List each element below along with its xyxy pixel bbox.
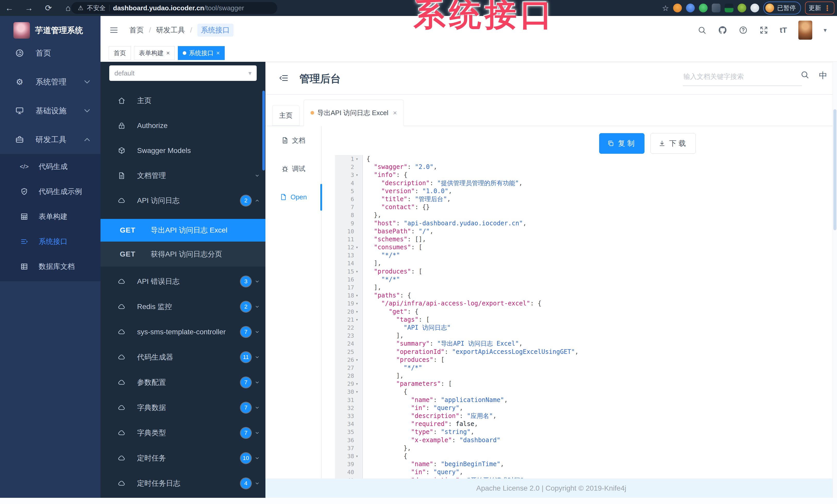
main-content: 管理后台 中 主页导出API 访问日志 Excel× 文档调试Open 复制 下… xyxy=(265,62,837,498)
close-icon[interactable]: × xyxy=(216,50,220,57)
update-button[interactable]: 更新 ⋮ xyxy=(805,2,834,14)
extension-icon-2[interactable] xyxy=(686,4,695,12)
swagger-nav-item-0[interactable]: 主页 xyxy=(101,88,265,113)
fold-icon[interactable]: ▾ xyxy=(356,267,362,276)
address-bar[interactable]: ⚠ 不安全 dashboard.yudao.iocoder.cn/tool/sw… xyxy=(71,2,277,14)
search-icon[interactable] xyxy=(697,25,707,35)
group-select[interactable]: default ▾ xyxy=(109,66,257,81)
swagger-nav-item-1[interactable]: Authorize xyxy=(101,113,265,138)
doc-search-icon[interactable] xyxy=(800,70,809,79)
swagger-nav-item-label: 主页 xyxy=(137,96,260,106)
fold-icon[interactable]: ▾ xyxy=(356,243,362,251)
extension-icon-6[interactable] xyxy=(737,4,746,12)
sidebar-item-0[interactable]: 首页 xyxy=(0,39,101,68)
user-avatar[interactable] xyxy=(798,21,812,40)
tag-0[interactable]: 首页 xyxy=(109,46,131,60)
breadcrumb-item[interactable]: 系统接口 xyxy=(197,24,233,37)
operation-0[interactable]: GET导出API 访问日志 Excel xyxy=(101,219,265,242)
fold-icon[interactable]: ▾ xyxy=(356,380,362,388)
download-button[interactable]: 下载 xyxy=(651,133,696,154)
chevron-down-icon xyxy=(83,77,92,87)
fold-icon[interactable]: ▾ xyxy=(356,356,362,364)
sidebar-item-1[interactable]: ⚙系统管理 xyxy=(0,68,101,96)
scrollbar-thumb[interactable] xyxy=(833,109,836,230)
fullscreen-icon[interactable] xyxy=(759,25,768,35)
font-size-icon[interactable]: tT xyxy=(780,25,787,35)
swagger-group-6[interactable]: 字典类型7 xyxy=(101,420,265,446)
fold-icon[interactable]: ▾ xyxy=(356,300,362,307)
vertical-tab-调试[interactable]: 调试 xyxy=(265,154,321,183)
copy-button[interactable]: 复制 xyxy=(599,133,644,154)
fold-icon[interactable]: ▾ xyxy=(356,316,362,324)
forward-icon[interactable]: → xyxy=(24,3,34,13)
swagger-group-1[interactable]: Redis 监控2 xyxy=(101,294,265,319)
http-method-badge: GET xyxy=(120,226,151,235)
swagger-group-4[interactable]: 参数配置7 xyxy=(101,370,265,395)
swagger-nav-item-2[interactable]: Swagger Models xyxy=(101,138,265,163)
breadcrumb-item[interactable]: 首页 xyxy=(129,25,144,35)
doc-tab-1[interactable]: 导出API 访问日志 Excel× xyxy=(304,100,404,126)
doc-search-input[interactable] xyxy=(683,68,802,86)
extension-icon-4[interactable] xyxy=(712,4,720,12)
operation-1[interactable]: GET获得API 访问日志分页 xyxy=(101,242,265,266)
github-icon[interactable] xyxy=(718,25,727,35)
sidebar-subitem-1[interactable]: 代码生成示例 xyxy=(0,179,101,204)
vertical-tab-文档[interactable]: 文档 xyxy=(265,126,321,154)
sidebar-item-3[interactable]: 研发工具 xyxy=(0,125,101,154)
swagger-group-2[interactable]: sys-sms-template-controller7 xyxy=(101,319,265,344)
browser-menu-icon[interactable]: ⋮ xyxy=(824,4,831,12)
fold-icon[interactable]: ▾ xyxy=(356,308,362,316)
swagger-group-0[interactable]: API 错误日志3 xyxy=(101,269,265,294)
breadcrumb-item[interactable]: 研发工具 xyxy=(156,25,185,35)
fold-icon xyxy=(356,348,362,356)
close-icon[interactable]: × xyxy=(166,50,170,57)
code-line: 39"name": "beginBeginTime", xyxy=(335,460,832,468)
back-icon[interactable]: ← xyxy=(5,3,14,13)
swagger-group-7[interactable]: 定时任务10 xyxy=(101,446,265,471)
bookmark-star-icon[interactable]: ☆ xyxy=(662,4,669,13)
swagger-nav-item-4[interactable]: API 访问日志2 xyxy=(101,188,265,213)
extension-icon-7[interactable] xyxy=(750,4,759,12)
window-scrollbar[interactable] xyxy=(833,62,837,498)
vertical-tab-label: 文档 xyxy=(292,136,305,145)
fold-icon[interactable]: ▾ xyxy=(356,388,362,396)
sidebar-subitem-3[interactable]: 系统接口 xyxy=(0,229,101,254)
sidebar-subitem-4[interactable]: 数据库文档 xyxy=(0,254,101,279)
profile-paused-pill[interactable]: 已暂停 xyxy=(763,2,801,14)
swagger-group-5[interactable]: 字典数据7 xyxy=(101,395,265,420)
fold-icon[interactable]: ▾ xyxy=(356,171,362,179)
tag-2[interactable]: 系统接口× xyxy=(178,46,225,60)
sidebar-item-2[interactable]: 基础设施 xyxy=(0,96,101,125)
language-icon[interactable]: 中 xyxy=(819,70,827,81)
swagger-group-8[interactable]: 定时任务日志4 xyxy=(101,471,265,496)
swagger-nav-item-3[interactable]: 文档管理 xyxy=(101,163,265,188)
extension-icon-1[interactable] xyxy=(673,4,682,12)
doc-tab-0[interactable]: 主页 xyxy=(272,105,300,126)
collapse-menu-icon[interactable] xyxy=(279,73,289,83)
code-line: 13"*/*" xyxy=(335,251,832,259)
fold-icon[interactable]: ▾ xyxy=(356,155,362,163)
close-icon[interactable]: × xyxy=(393,109,397,117)
fold-icon[interactable]: ▾ xyxy=(356,452,362,460)
swagger-group-3[interactable]: 代码生成器11 xyxy=(101,344,265,370)
swagger-group-9[interactable]: 岗位 xyxy=(101,496,265,498)
code-editor[interactable]: 1▾{2"swagger": "2.0",3▾"info": {4"descri… xyxy=(335,155,832,479)
swagger-group-label: 字典数据 xyxy=(137,403,241,413)
dashboard-icon xyxy=(15,49,24,58)
tag-1[interactable]: 表单构建× xyxy=(134,46,175,60)
reload-icon[interactable]: ⟳ xyxy=(44,3,53,13)
extension-icon-3[interactable] xyxy=(699,4,708,12)
extension-icon-5[interactable] xyxy=(725,4,733,12)
footer-text: Apache License 2.0 | Copyright © 2019-Kn… xyxy=(476,484,626,492)
help-icon[interactable] xyxy=(738,25,748,35)
avatar-caret-down-icon[interactable]: ▾ xyxy=(824,26,827,34)
code-line: 9"host": "api-dashboard.yudao.iocoder.cn… xyxy=(335,220,832,227)
hamburger-icon[interactable] xyxy=(109,25,119,35)
sidebar-subitem-2[interactable]: 表单构建 xyxy=(0,204,101,229)
line-number: 20 xyxy=(335,308,356,316)
sidebar-subitem-0[interactable]: </>代码生成 xyxy=(0,154,101,179)
scrollbar-thumb[interactable] xyxy=(262,91,265,170)
fold-icon[interactable]: ▾ xyxy=(356,292,362,300)
swagger-nav-list: 主页AuthorizeSwagger Models文档管理API 访问日志2 xyxy=(101,88,265,213)
vertical-tab-open[interactable]: Open xyxy=(265,183,321,211)
